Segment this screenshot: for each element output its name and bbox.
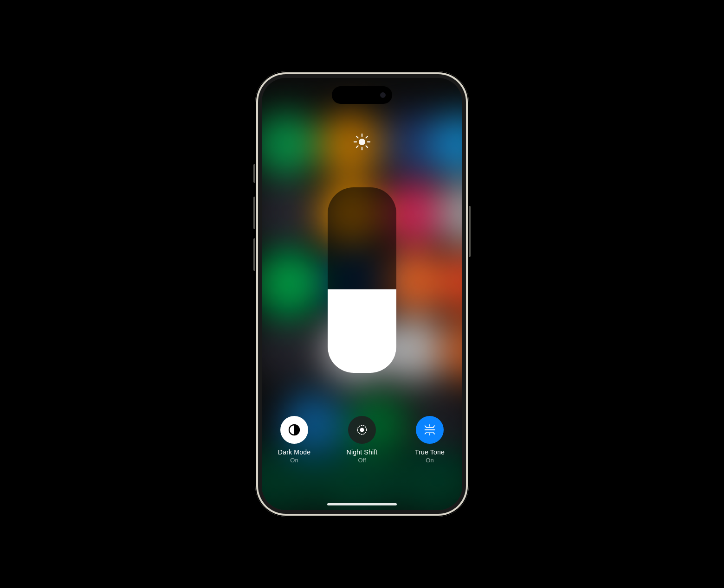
true-tone-toggle[interactable]: True Tone On [409, 416, 451, 464]
stage: Dark Mode On Night Shift [0, 0, 724, 588]
screen: Dark Mode On Night Shift [262, 78, 462, 510]
dark-mode-label: Dark Mode [278, 448, 310, 456]
phone-frame: Dark Mode On Night Shift [255, 71, 469, 517]
svg-point-10 [360, 428, 364, 432]
control-center-brightness-panel: Dark Mode On Night Shift [262, 78, 462, 510]
svg-line-19 [425, 433, 426, 434]
display-toggle-row: Dark Mode On Night Shift [262, 416, 462, 464]
dynamic-island [332, 86, 392, 104]
night-shift-icon [348, 416, 376, 444]
svg-line-17 [425, 426, 426, 427]
svg-line-20 [433, 433, 434, 434]
svg-line-5 [356, 136, 358, 138]
true-tone-label: True Tone [415, 448, 445, 456]
night-shift-label: Night Shift [347, 448, 378, 456]
true-tone-icon [416, 416, 444, 444]
true-tone-status: On [426, 457, 433, 464]
night-shift-status: Off [358, 457, 366, 464]
dark-mode-icon [280, 416, 308, 444]
svg-line-6 [366, 146, 368, 148]
side-button[interactable] [469, 206, 471, 257]
brightness-slider[interactable] [328, 187, 396, 373]
brightness-slider-fill [328, 289, 396, 373]
svg-line-7 [356, 146, 358, 148]
dark-mode-toggle[interactable]: Dark Mode On [273, 416, 315, 464]
svg-line-18 [433, 426, 434, 427]
night-shift-toggle[interactable]: Night Shift Off [341, 416, 383, 464]
svg-point-0 [359, 139, 365, 145]
brightness-icon [353, 133, 371, 151]
svg-line-8 [366, 136, 368, 138]
dark-mode-status: On [290, 457, 298, 464]
home-indicator[interactable] [327, 503, 397, 505]
